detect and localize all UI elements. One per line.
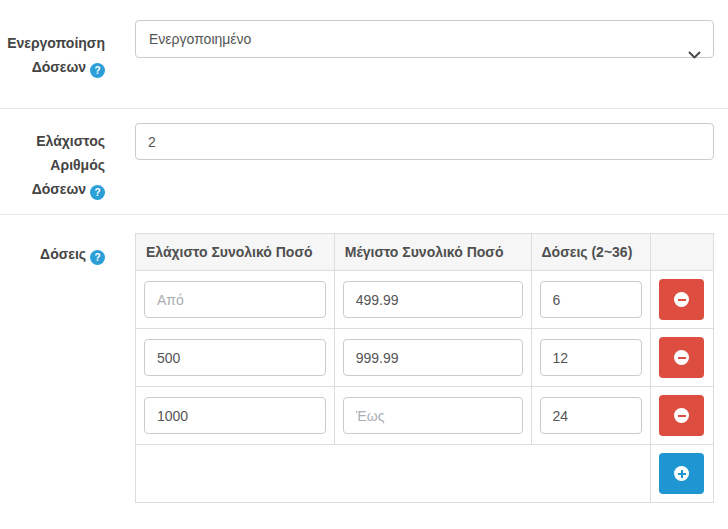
installments-table: Ελάχιστο Συνολικό Ποσό Μέγιστο Συνολικό … <box>135 233 714 503</box>
minus-circle-icon <box>674 292 689 307</box>
minus-circle-icon <box>674 350 689 365</box>
footer-empty-cell <box>136 445 651 503</box>
chevron-down-icon <box>688 36 701 72</box>
header-actions <box>650 234 713 271</box>
plus-circle-icon <box>674 466 689 481</box>
minus-circle-icon <box>674 408 689 423</box>
installment-row <box>136 271 714 329</box>
add-row-button[interactable] <box>659 453 704 494</box>
installments-table-label: Δόσεις ? <box>40 242 105 266</box>
min-installments-label: Ελάχιστος Αριθμός Δόσεων ? <box>0 129 105 201</box>
installments-table-label-text: Δόσεις <box>40 246 86 262</box>
row3-min-total-input[interactable] <box>144 397 326 434</box>
help-question-circle-icon[interactable]: ? <box>90 185 105 200</box>
row2-min-total-input[interactable] <box>144 339 326 376</box>
row2-max-total-input[interactable] <box>343 339 523 376</box>
header-installments: Δόσεις (2~36) <box>531 234 650 271</box>
header-min-total: Ελάχιστο Συνολικό Ποσό <box>136 234 335 271</box>
row3-max-total-input[interactable] <box>343 397 523 434</box>
help-question-circle-icon[interactable]: ? <box>90 250 105 265</box>
row2-installments-input[interactable] <box>540 339 642 376</box>
min-installments-input[interactable] <box>135 123 714 160</box>
row3-installments-input[interactable] <box>540 397 642 434</box>
row1-min-total-input[interactable] <box>144 281 326 318</box>
form-group-installments-table: Δόσεις ? Ελάχιστο Συνολικό Ποσό Μέγιστο … <box>0 215 728 529</box>
enable-installments-select[interactable]: Ενεργοποιημένο <box>135 20 714 58</box>
installments-table-footer-row <box>136 445 714 503</box>
row1-remove-button[interactable] <box>659 279 704 320</box>
help-question-circle-icon[interactable]: ? <box>90 63 105 78</box>
installments-settings-form: Ενεργοποίηση Δόσεων ? Ενεργοποιημένο Ελά… <box>0 0 728 529</box>
row3-remove-button[interactable] <box>659 395 704 436</box>
form-group-min-installments: Ελάχιστος Αριθμός Δόσεων ? <box>0 109 728 215</box>
enable-installments-label: Ενεργοποίηση Δόσεων ? <box>0 31 105 79</box>
installment-row <box>136 387 714 445</box>
row1-installments-input[interactable] <box>540 281 642 318</box>
form-group-enable-installments: Ενεργοποίηση Δόσεων ? Ενεργοποιημένο <box>0 0 728 109</box>
row2-remove-button[interactable] <box>659 337 704 378</box>
header-max-total: Μέγιστο Συνολικό Ποσό <box>334 234 531 271</box>
installment-row <box>136 329 714 387</box>
row1-max-total-input[interactable] <box>343 281 523 318</box>
enable-installments-selected-option: Ενεργοποιημένο <box>149 31 251 47</box>
installments-table-header-row: Ελάχιστο Συνολικό Ποσό Μέγιστο Συνολικό … <box>136 234 714 271</box>
